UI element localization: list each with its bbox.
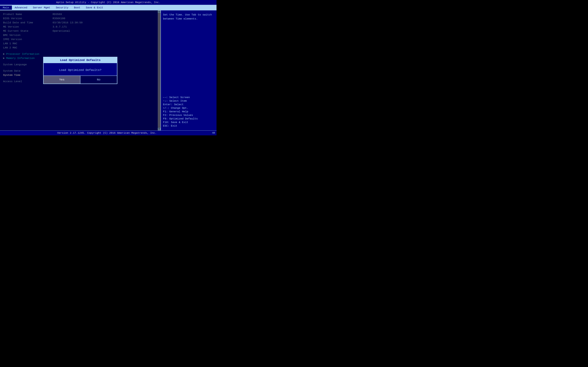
menu-item-main[interactable]: Main <box>0 6 12 10</box>
help-text: Set the Time. Use Tab to switch between … <box>163 13 214 21</box>
version-text: Version 2.17.1245. Copyright (C) 2016 Am… <box>1 132 212 134</box>
key-hints: ←→: Select Screen ↑↓: Select Item Enter:… <box>163 96 214 128</box>
ab-label: AB <box>212 132 215 134</box>
key-hint-4: F1: General Help <box>163 110 214 113</box>
title-text: Aptio Setup Utility - Copyright (C) 2016… <box>56 1 160 4</box>
key-hint-3: +/-: Change Opt. <box>163 107 214 109</box>
menu-item-boot[interactable]: Boot <box>71 6 83 10</box>
key-hint-0: ←→: Select Screen <box>163 96 214 99</box>
right-panel: Set the Time. Use Tab to switch between … <box>161 10 217 130</box>
key-hint-1: ↑↓: Select Item <box>163 100 214 102</box>
bios-screen: Aptio Setup Utility - Copyright (C) 2016… <box>0 0 217 135</box>
menu-item-advanced[interactable]: Advanced <box>12 6 30 10</box>
modal-yes-button[interactable]: Yes <box>44 76 80 83</box>
modal-overlay: Load Optimized Defaults Load Optimized D… <box>0 10 161 130</box>
title-bar: Aptio Setup Utility - Copyright (C) 2016… <box>0 0 217 5</box>
key-hint-7: F10: Save & Exit <box>163 121 214 124</box>
left-panel: Product Name RD350X BIOS Version R350X10… <box>0 10 161 130</box>
key-hint-6: F9: Optimized Defaults <box>163 117 214 120</box>
menu-item-security[interactable]: Security <box>53 6 71 10</box>
modal-question: Load Optimized Defaults? <box>59 68 101 72</box>
menu-item-server-mgmt[interactable]: Server Mgmt <box>30 6 53 10</box>
key-hint-5: F2: Previous Values <box>163 114 214 117</box>
key-hint-2: Enter: Select <box>163 103 214 106</box>
main-content: Product Name RD350X BIOS Version R350X10… <box>0 10 217 130</box>
bottom-bar: Version 2.17.1245. Copyright (C) 2016 Am… <box>0 130 217 135</box>
modal-title: Load Optimized Defaults <box>44 57 117 63</box>
key-hint-8: ESC: Exit <box>163 124 214 127</box>
modal-dialog: Load Optimized Defaults Load Optimized D… <box>43 57 117 84</box>
menu-item-save-exit[interactable]: Save & Exit <box>83 6 106 10</box>
modal-buttons: Yes No <box>44 75 117 83</box>
modal-no-button[interactable]: No <box>81 76 117 83</box>
menu-bar: Main Advanced Server Mgmt Security Boot … <box>0 5 217 10</box>
modal-body: Load Optimized Defaults? <box>44 63 117 75</box>
